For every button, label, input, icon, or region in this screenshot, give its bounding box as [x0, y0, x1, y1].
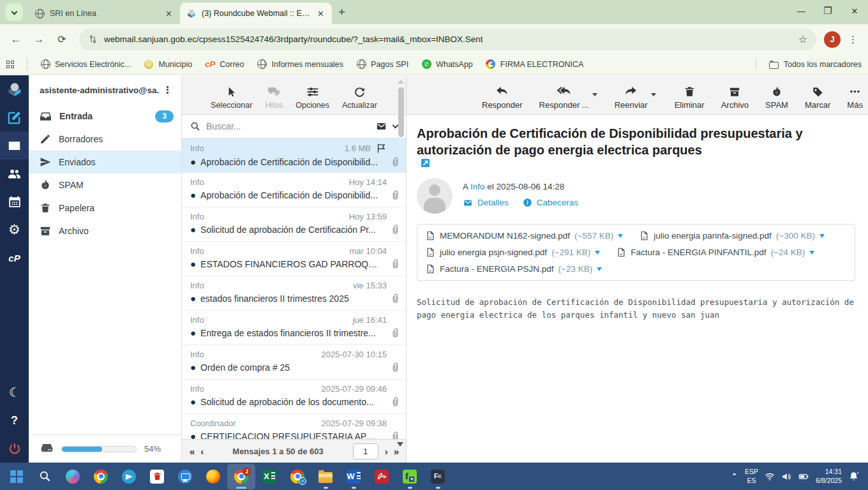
- compose-button[interactable]: [0, 103, 29, 131]
- bookmark-informes[interactable]: Informes mensuales: [257, 59, 344, 70]
- tray-chevron-icon[interactable]: ⌃: [731, 472, 737, 480]
- close-button[interactable]: ✕: [841, 6, 868, 16]
- first-page-button[interactable]: «: [190, 446, 194, 457]
- tab-search-button[interactable]: [5, 3, 23, 21]
- tab-roundcube[interactable]: (3) Roundcube Webmail :: Envia ✕: [180, 3, 332, 24]
- tab-sri[interactable]: SRI en Línea ✕: [28, 3, 180, 24]
- address-bar[interactable]: webmail.sanjuan.gob.ec/cpsess1525424746/…: [79, 29, 816, 50]
- cpanel-icon[interactable]: cP: [0, 244, 29, 272]
- attachment-name[interactable]: Factura - ENERGIA PSJN.pdf: [440, 264, 554, 274]
- bookmark-correo[interactable]: cP Correo: [205, 59, 244, 70]
- attachment-menu-icon[interactable]: [595, 251, 600, 257]
- language-indicator[interactable]: ESPES: [745, 468, 758, 484]
- back-button[interactable]: ←: [6, 30, 26, 49]
- fsolver-button[interactable]: f✳: [396, 464, 424, 489]
- reply-all-button[interactable]: Responder ...: [539, 84, 589, 110]
- excel-button[interactable]: X: [255, 464, 283, 489]
- threads-button[interactable]: Hilos: [265, 85, 283, 110]
- minimize-button[interactable]: —: [788, 6, 814, 16]
- message-list-item[interactable]: Info 1.6 MB ● Aprobación de Certificació…: [182, 138, 406, 173]
- account-menu-icon[interactable]: ⋮: [159, 84, 176, 96]
- forward-dropdown-icon[interactable]: [651, 93, 656, 99]
- remote-desktop-button[interactable]: [171, 464, 199, 489]
- prev-page-button[interactable]: ‹: [200, 446, 203, 457]
- logout-power-icon[interactable]: [0, 434, 29, 463]
- chrome-profile-button[interactable]: J: [227, 464, 255, 489]
- sidebar-item-papelera[interactable]: Papelera: [29, 197, 181, 219]
- page-number-input[interactable]: [353, 443, 378, 459]
- flag-icon[interactable]: [376, 143, 387, 154]
- site-info-icon[interactable]: [88, 34, 98, 44]
- forward-button[interactable]: Reenviar: [615, 84, 648, 110]
- search-input[interactable]: [206, 121, 370, 131]
- message-list-item[interactable]: Info 2025-07-29 09:46 ● Solicitud de apr…: [182, 380, 406, 414]
- copilot-button[interactable]: [59, 464, 87, 489]
- open-in-new-icon[interactable]: [421, 158, 430, 168]
- bookmark-servicios[interactable]: Servicios Electrónic...: [40, 59, 131, 70]
- forward-button[interactable]: →: [29, 30, 49, 49]
- attachment-name[interactable]: MEMORANDUM N162-signed.pdf: [440, 231, 570, 241]
- start-button[interactable]: [3, 464, 31, 489]
- all-bookmarks-button[interactable]: Todos los marcadores: [769, 59, 862, 70]
- sidebar-item-enviados[interactable]: Enviados: [29, 151, 181, 174]
- attachment-menu-icon[interactable]: [819, 234, 825, 241]
- attachment-menu-icon[interactable]: [809, 251, 814, 257]
- help-icon[interactable]: ?: [0, 406, 29, 434]
- recipient-link[interactable]: Info: [470, 182, 485, 191]
- scroll-up-icon[interactable]: [398, 77, 404, 84]
- sidebar-item-borradores[interactable]: Borradores: [29, 128, 181, 151]
- reply-all-dropdown-icon[interactable]: [592, 93, 597, 99]
- more-button[interactable]: Más: [847, 85, 863, 110]
- battery-icon[interactable]: [798, 471, 809, 482]
- reply-button[interactable]: Responder: [482, 84, 523, 110]
- attachment-item[interactable]: julio energia parinfa-signed.pdf (~300 K…: [640, 230, 825, 241]
- options-button[interactable]: Opciones: [296, 85, 329, 110]
- calendar-nav-button[interactable]: [0, 188, 29, 216]
- url-text[interactable]: webmail.sanjuan.gob.ec/cpsess1525424746/…: [104, 34, 792, 44]
- uninstaller-button[interactable]: [143, 464, 171, 489]
- sidebar-item-spam[interactable]: SPAM: [29, 174, 181, 197]
- attachment-name[interactable]: julio energia psjn-signed.pdf: [440, 248, 547, 257]
- telegram-button[interactable]: [115, 464, 143, 489]
- search-options-chevron-icon[interactable]: [393, 122, 399, 128]
- acrobat-button[interactable]: [368, 464, 396, 489]
- word-button[interactable]: W: [340, 464, 368, 489]
- new-tab-button[interactable]: +: [338, 5, 345, 19]
- attachment-menu-icon[interactable]: [597, 267, 602, 274]
- taskbar-search-button[interactable]: [31, 464, 59, 489]
- taskbar-clock[interactable]: 14:316/8/2025: [816, 468, 842, 485]
- bookmark-municipio[interactable]: Municipio: [144, 59, 192, 70]
- tab-close-icon[interactable]: ✕: [164, 9, 174, 19]
- next-page-button[interactable]: ›: [385, 446, 387, 457]
- message-list-item[interactable]: Coordinador 2025-07-29 09:38 ● CERTIFICA…: [182, 414, 406, 439]
- settings-gear-icon[interactable]: ⚙: [0, 216, 29, 244]
- message-list-item[interactable]: Info jue 16:41 ● Entrega de estados fina…: [182, 311, 406, 345]
- tab-close-icon[interactable]: ✕: [316, 9, 326, 19]
- message-list-item[interactable]: Info mar 10:04 ● ESTADOS FINANCIEROS GAD…: [182, 242, 406, 276]
- delete-button[interactable]: Eliminar: [675, 85, 705, 110]
- apps-grid-icon[interactable]: [6, 61, 14, 68]
- file-explorer-button[interactable]: [311, 464, 340, 489]
- scrollbar-thumb[interactable]: [398, 87, 404, 137]
- firefox-button[interactable]: [199, 464, 227, 489]
- mark-button[interactable]: Marcar: [805, 86, 830, 110]
- attachment-name[interactable]: julio energia parinfa-signed.pdf: [654, 231, 772, 241]
- chrome-search-button[interactable]: ⌕: [283, 464, 311, 489]
- reload-button[interactable]: ⟳: [52, 30, 71, 49]
- mail-nav-button[interactable]: [0, 131, 29, 160]
- bookmark-star-icon[interactable]: ☆: [798, 33, 807, 45]
- message-list-item[interactable]: Info Hoy 14:14 ● Aprobación de Certifica…: [182, 173, 406, 207]
- dark-mode-moon-icon[interactable]: ☾: [0, 378, 29, 406]
- attachment-item[interactable]: MEMORANDUM N162-signed.pdf (~557 KB): [426, 230, 623, 241]
- contacts-nav-button[interactable]: [0, 160, 29, 188]
- sidebar-item-archivo[interactable]: Archivo: [29, 219, 181, 242]
- browser-menu-icon[interactable]: ⋮: [844, 34, 862, 45]
- headers-link[interactable]: Cabeceras: [523, 198, 578, 207]
- notification-bell-icon[interactable]: [848, 471, 859, 482]
- scroll-down-icon[interactable]: [397, 442, 403, 450]
- bookmark-whatsapp[interactable]: ✆ WhatsApp: [421, 59, 473, 70]
- attachment-item[interactable]: julio energia psjn-signed.pdf (~291 KB): [426, 247, 600, 258]
- message-list-item[interactable]: Info 2025-07-30 10:15 ● Orden de compra …: [182, 345, 406, 380]
- scope-envelope-icon[interactable]: [375, 121, 387, 131]
- maximize-button[interactable]: ❐: [814, 5, 841, 17]
